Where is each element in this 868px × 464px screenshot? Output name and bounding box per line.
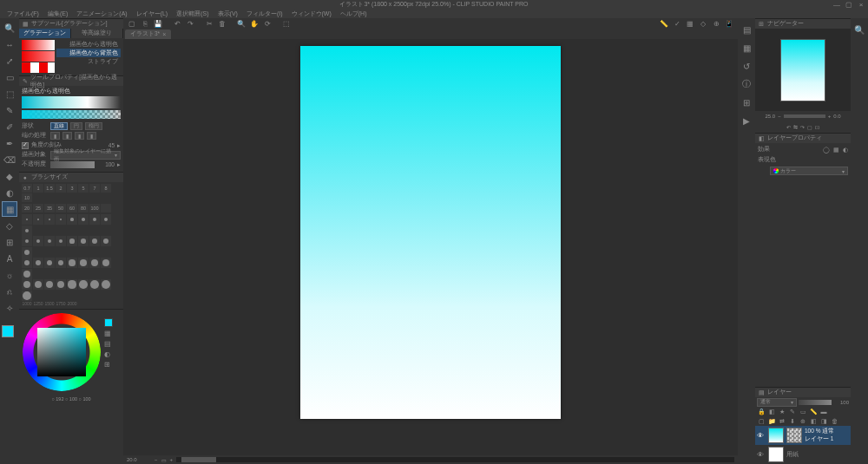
- brush-size-dot[interactable]: [78, 236, 89, 246]
- tool-pen[interactable]: ✎: [2, 102, 17, 118]
- tab-close-icon[interactable]: ×: [162, 31, 166, 37]
- brush-size-dot[interactable]: [67, 258, 77, 268]
- layer-visibility-icon[interactable]: 👁: [757, 451, 766, 459]
- cmd-redo-icon[interactable]: ↷: [185, 19, 195, 28]
- layer-item-1[interactable]: 👁 100 % 通常 レイヤー 1: [755, 426, 851, 445]
- brush-size-dot[interactable]: [33, 258, 43, 268]
- brush-size-dot[interactable]: [22, 214, 32, 225]
- gradient-thumb-1[interactable]: [22, 40, 55, 50]
- layer-lock-icon[interactable]: 🔒: [757, 408, 766, 415]
- layer-visibility-icon[interactable]: 👁: [757, 432, 766, 440]
- brush-size-dot[interactable]: [22, 291, 32, 301]
- brush-size-dot[interactable]: [101, 258, 111, 268]
- sv-square[interactable]: [37, 328, 86, 376]
- tool-frame[interactable]: ⊞: [2, 234, 17, 250]
- brush-size-dot[interactable]: [89, 236, 100, 246]
- brush-preset[interactable]: 80: [78, 204, 89, 212]
- layer-combine-icon[interactable]: ⊕: [799, 417, 807, 425]
- menu-window[interactable]: ウィンドウ(W): [288, 10, 335, 18]
- expression-color-dropdown[interactable]: カラー ▾: [770, 167, 848, 175]
- new-folder-icon[interactable]: 📁: [767, 417, 776, 425]
- color-tool-icon-1[interactable]: ▦: [104, 330, 113, 337]
- zoom-in-icon[interactable]: +: [170, 457, 174, 462]
- subtool-item-stripe[interactable]: ストライプ: [56, 57, 121, 66]
- brush-size-dot[interactable]: [56, 214, 66, 225]
- tool-text[interactable]: A: [2, 251, 17, 266]
- tool-correct[interactable]: ⎌: [2, 284, 17, 299]
- nav-actual-icon[interactable]: ⊡: [815, 124, 819, 130]
- brush-size-dot[interactable]: [22, 279, 32, 290]
- autoaction-icon[interactable]: ▶: [739, 113, 754, 128]
- brush-size-dot[interactable]: [67, 279, 77, 290]
- brush-size-dot[interactable]: [44, 279, 55, 290]
- brush-size-dot[interactable]: [44, 258, 55, 268]
- zoom-readout[interactable]: 20.0: [127, 457, 151, 462]
- effect-border-icon[interactable]: ◯: [823, 147, 830, 154]
- brush-preset[interactable]: 100: [89, 204, 100, 212]
- color-tool-icon-2[interactable]: ▤: [104, 340, 113, 348]
- zoom-fit-icon[interactable]: ▭: [161, 457, 167, 463]
- brush-preset[interactable]: 3: [67, 184, 77, 193]
- menu-edit[interactable]: 編集(E): [44, 10, 71, 18]
- subtool-item-fg-to-bg[interactable]: 描画色から背景色: [56, 49, 121, 57]
- layer-apply-mask-icon[interactable]: ◨: [819, 417, 828, 425]
- brush-size-dot[interactable]: [89, 214, 100, 225]
- brush-preset[interactable]: 60: [67, 204, 77, 212]
- cmd-smartphone-icon[interactable]: 📱: [724, 19, 734, 28]
- blend-mode-dropdown[interactable]: 通常▾: [757, 398, 797, 407]
- edge-opt-1[interactable]: ▮: [50, 132, 60, 140]
- brush-size-dot[interactable]: [22, 269, 32, 279]
- brush-preset[interactable]: 10: [22, 193, 32, 202]
- layer-delete-icon[interactable]: 🗑: [830, 417, 838, 425]
- cmd-geom-icon[interactable]: ◇: [698, 19, 708, 28]
- layer-transfer-icon[interactable]: ⇄: [778, 417, 786, 425]
- item-icon[interactable]: ⊞: [739, 95, 754, 110]
- search-icon[interactable]: 🔍: [852, 22, 867, 37]
- brush-size-dot[interactable]: [56, 236, 66, 246]
- nav-zoom-out-icon[interactable]: −: [778, 114, 781, 119]
- maximize-icon[interactable]: ▢: [844, 0, 854, 9]
- nav-flip-icon[interactable]: ⇋: [793, 124, 798, 130]
- cmd-delete-icon[interactable]: 🗑: [217, 19, 227, 28]
- tool-select-auto[interactable]: ⬚: [2, 86, 17, 101]
- brush-size-dot[interactable]: [101, 236, 111, 246]
- subtool-item-fg-to-transparent[interactable]: 描画色から透明色: [56, 40, 121, 49]
- brush-size-dot[interactable]: [44, 214, 55, 225]
- brush-preset[interactable]: 50: [56, 204, 66, 212]
- h-scrollbar-thumb[interactable]: [181, 457, 216, 462]
- menu-view[interactable]: 表示(V): [214, 10, 241, 18]
- layer-mask-icon[interactable]: ▭: [799, 408, 807, 415]
- brush-preset[interactable]: 2: [56, 184, 66, 193]
- brush-size-dot[interactable]: [89, 258, 100, 268]
- layer-ref-icon[interactable]: ★: [778, 408, 786, 415]
- shape-linear-button[interactable]: 直線: [50, 122, 68, 130]
- tool-rotate[interactable]: ⤢: [2, 53, 17, 69]
- layer-draft-icon[interactable]: ✎: [788, 408, 797, 415]
- menu-animation[interactable]: アニメーション(A): [73, 10, 130, 18]
- brush-size-dot[interactable]: [78, 258, 89, 268]
- gradient-thumb-2[interactable]: [22, 51, 55, 62]
- tool-balloon[interactable]: ☼: [2, 267, 17, 283]
- menu-file[interactable]: ファイル(F): [3, 10, 43, 18]
- cmd-grid-icon[interactable]: ▦: [685, 19, 695, 28]
- nav-zoom-in-icon[interactable]: +: [828, 114, 832, 119]
- color-tool-icon-3[interactable]: ◐: [104, 350, 113, 358]
- cmd-new-icon[interactable]: ▢: [127, 19, 137, 28]
- cmd-rotate-icon[interactable]: ⟳: [262, 19, 273, 28]
- brush-preset[interactable]: [101, 204, 111, 212]
- brush-size-dot[interactable]: [101, 214, 111, 225]
- brush-size-dot[interactable]: [22, 247, 32, 258]
- brush-size-dot[interactable]: [44, 236, 55, 246]
- layer-merge-icon[interactable]: ⬇: [788, 417, 797, 425]
- gradient-slider[interactable]: [22, 110, 121, 119]
- foreground-swatch[interactable]: [2, 325, 14, 337]
- brush-size-dot[interactable]: [67, 236, 77, 246]
- layer-opacity-slider[interactable]: [799, 400, 832, 405]
- brush-size-dot[interactable]: [78, 214, 89, 225]
- layer-mask-new-icon[interactable]: ◧: [809, 417, 818, 425]
- shape-circle-button[interactable]: 円: [70, 122, 82, 130]
- cmd-zoom-icon[interactable]: 🔍: [236, 19, 247, 28]
- cmd-save-icon[interactable]: 💾: [153, 19, 163, 28]
- tool-fill[interactable]: ◐: [2, 185, 17, 200]
- brush-preset[interactable]: 7: [89, 184, 100, 193]
